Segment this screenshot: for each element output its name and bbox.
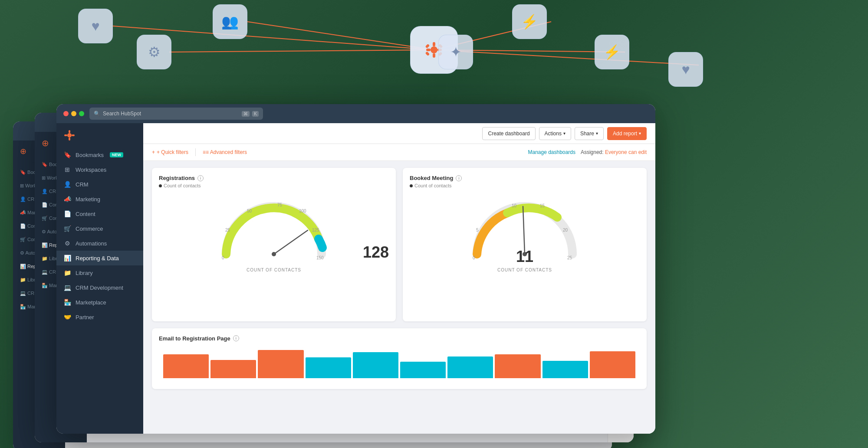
- booked-meeting-title-text: Booked Meeting: [410, 175, 453, 181]
- bookmarks-icon: 🔖: [63, 151, 71, 158]
- registrations-subtitle-text: Count of contacts: [164, 183, 201, 188]
- sidebar-item-content[interactable]: 📄 Content: [56, 206, 143, 221]
- actions-button[interactable]: Actions ▾: [539, 127, 571, 140]
- diagram-node-lightning2: ⚡: [595, 35, 629, 69]
- sidebar-item-crm[interactable]: 👤 CRM: [56, 177, 143, 192]
- crm-dev-icon: 💻: [63, 284, 71, 291]
- registrations-gauge-svg: 0 25 50 75 100 125 150: [213, 193, 335, 261]
- svg-text:0: 0: [473, 255, 475, 260]
- subtitle-dot-2: [410, 184, 413, 187]
- filter-left: + + Quick filters ≡≡ Advanced filters: [152, 148, 247, 156]
- minimize-dot[interactable]: [71, 111, 76, 116]
- registrations-title-text: Registrations: [159, 175, 195, 181]
- svg-text:15: 15: [540, 203, 545, 208]
- registrations-number: 128: [363, 243, 389, 261]
- svg-point-22: [272, 252, 276, 256]
- svg-text:75: 75: [277, 203, 283, 207]
- close-dot[interactable]: [63, 111, 69, 116]
- maximize-dot[interactable]: [79, 111, 84, 116]
- bar-1: [163, 354, 209, 378]
- reporting-icon: 📊: [63, 255, 71, 262]
- booked-meeting-subtitle: Count of contacts: [410, 183, 640, 188]
- advanced-filters-label: ≡≡ Advanced filters: [203, 149, 247, 155]
- marketplace-icon: 🏪: [63, 299, 71, 306]
- svg-rect-18: [69, 137, 70, 141]
- partner-icon: 🤝: [63, 314, 71, 320]
- manage-dashboards-link[interactable]: Manage dashboards: [528, 149, 575, 155]
- sidebar: 🔖 Bookmarks NEW ⊞ Workspaces 👤 CRM 📣 Mar…: [56, 123, 143, 434]
- plus-icon: +: [152, 149, 155, 155]
- diagram-node-lightning1: ⚡: [512, 4, 547, 39]
- svg-text:150: 150: [316, 255, 324, 260]
- automations-icon: ⚙: [63, 240, 71, 247]
- bar-9: [542, 361, 588, 378]
- subtitle-dot-1: [159, 184, 162, 187]
- main-content: Create dashboard Actions ▾ Share ▾ Add r…: [143, 123, 655, 434]
- bar-5: [353, 352, 398, 378]
- svg-rect-10: [426, 49, 431, 51]
- quick-filters-button[interactable]: + + Quick filters: [152, 149, 188, 155]
- browser-chrome: 🔍 Search HubSpot ⌘ K: [56, 104, 655, 123]
- svg-text:25: 25: [225, 228, 230, 232]
- sidebar-library-label: Library: [76, 270, 93, 276]
- quick-filters-label: + Quick filters: [157, 149, 188, 155]
- booked-meeting-info-icon[interactable]: i: [456, 175, 462, 181]
- registrations-chart-area: 0 25 50 75 100 125 150 128 COUNT OF CONT…: [159, 193, 389, 272]
- sidebar-logo: [56, 123, 143, 147]
- search-placeholder-text: Search HubSpot: [103, 111, 239, 117]
- registrations-info-icon[interactable]: i: [197, 175, 204, 181]
- advanced-filters-button[interactable]: ≡≡ Advanced filters: [203, 149, 247, 155]
- share-button[interactable]: Share ▾: [575, 127, 604, 140]
- create-dashboard-button[interactable]: Create dashboard: [482, 127, 535, 140]
- sidebar-bookmarks-label: Bookmarks: [76, 152, 104, 158]
- svg-line-21: [274, 230, 308, 254]
- registrations-chart-card: Registrations i Count of contacts: [152, 168, 396, 321]
- sidebar-item-partner[interactable]: 🤝 Partner: [56, 310, 143, 324]
- svg-point-16: [67, 133, 72, 137]
- sidebar-item-marketing[interactable]: 📣 Marketing: [56, 192, 143, 206]
- sidebar-item-crm-development[interactable]: 💻 CRM Development: [56, 280, 143, 295]
- diagram-node-gear: ⚙: [137, 35, 171, 69]
- add-report-chevron-icon: ▾: [639, 131, 641, 136]
- svg-point-7: [431, 46, 437, 53]
- top-bar: Create dashboard Actions ▾ Share ▾ Add r…: [143, 123, 655, 144]
- everyone-can-edit-link[interactable]: Everyone can edit: [605, 149, 647, 155]
- sidebar-marketplace-label: Marketplace: [76, 299, 106, 306]
- email-registration-info-icon[interactable]: i: [233, 335, 239, 341]
- sidebar-item-library[interactable]: 📁 Library: [56, 265, 143, 280]
- bar-8: [495, 354, 540, 378]
- sidebar-item-reporting[interactable]: 📊 Reporting & Data: [56, 251, 143, 265]
- sidebar-item-automations[interactable]: ⚙ Automations: [56, 236, 143, 251]
- sidebar-workspaces-label: Workspaces: [76, 167, 106, 173]
- diagram-node-heart: ♥: [78, 9, 113, 43]
- crm-icon: 👤: [63, 181, 71, 188]
- sidebar-item-bookmarks[interactable]: 🔖 Bookmarks NEW: [56, 147, 143, 162]
- sidebar-commerce-label: Commerce: [76, 226, 103, 232]
- search-k-key: K: [252, 111, 259, 117]
- browser-search-bar[interactable]: 🔍 Search HubSpot ⌘ K: [89, 108, 263, 120]
- filter-bar: + + Quick filters ≡≡ Advanced filters Ma…: [143, 144, 655, 161]
- booked-meeting-subtitle-text: Count of contacts: [414, 183, 452, 188]
- registrations-count-label: COUNT OF CONTACTS: [247, 268, 301, 272]
- bar-10: [590, 351, 635, 378]
- sidebar-item-commerce[interactable]: 🛒 Commerce: [56, 221, 143, 236]
- charts-grid: Registrations i Count of contacts: [143, 161, 655, 434]
- booked-meeting-chart-card: Booked Meeting i Count of contacts: [403, 168, 647, 321]
- add-report-button[interactable]: Add report ▾: [607, 127, 647, 140]
- svg-text:100: 100: [299, 209, 306, 213]
- bar-7: [447, 356, 493, 378]
- sidebar-item-workspaces[interactable]: ⊞ Workspaces: [56, 162, 143, 177]
- content-icon: 📄: [63, 210, 71, 217]
- svg-text:5: 5: [476, 228, 479, 232]
- bar-4: [306, 357, 351, 378]
- svg-rect-19: [64, 134, 67, 136]
- filter-divider: [195, 148, 196, 156]
- sidebar-reporting-label: Reporting & Data: [76, 255, 119, 262]
- svg-rect-9: [433, 53, 435, 58]
- bar-3: [258, 350, 303, 378]
- email-registration-chart-card: Email to Registration Page i: [152, 328, 647, 389]
- sidebar-item-marketplace[interactable]: 🏪 Marketplace: [56, 295, 143, 310]
- registrations-value: 128: [363, 243, 389, 262]
- svg-text:50: 50: [247, 209, 252, 213]
- search-icon: 🔍: [94, 111, 100, 117]
